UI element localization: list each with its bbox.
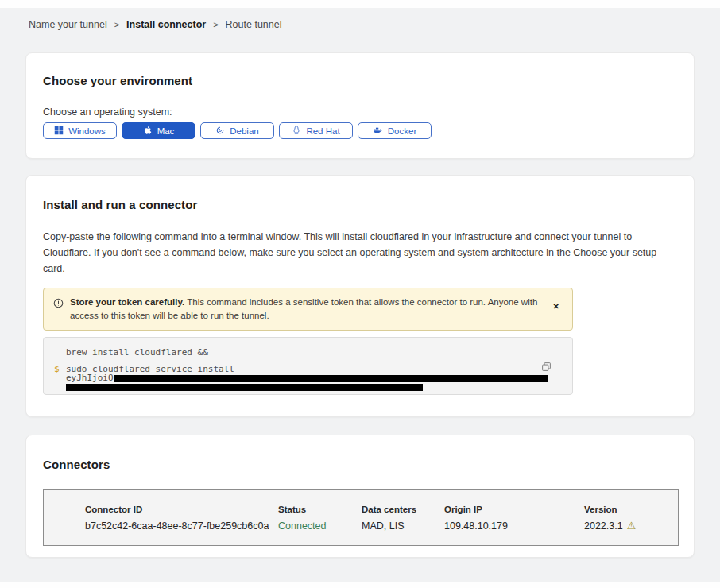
cell-version: 2022.3.1 ⚠ bbox=[584, 520, 665, 532]
breadcrumb-separator: > bbox=[213, 20, 218, 29]
os-select-label: Choose an operating system: bbox=[43, 106, 677, 118]
code-line-sudo: $sudo cloudflared service install bbox=[66, 365, 572, 373]
redacted-token-bar bbox=[114, 375, 548, 382]
token-warning-banner: Store your token carefully. This command… bbox=[43, 288, 573, 331]
connectors-table: Connector ID Status Data centers Origin … bbox=[43, 489, 679, 546]
tunnel-setup-page: Name your tunnel > Install connector > R… bbox=[0, 0, 720, 588]
debian-icon bbox=[215, 126, 225, 137]
connectors-card: Connectors Connector ID Status Data cent… bbox=[25, 435, 695, 558]
code-line-token-2 bbox=[66, 382, 572, 391]
windows-icon bbox=[54, 126, 64, 137]
os-button-windows[interactable]: Windows bbox=[43, 122, 117, 139]
install-connector-card: Install and run a connector Copy-paste t… bbox=[25, 175, 695, 417]
card-title-environment: Choose your environment bbox=[43, 74, 677, 87]
header-status: Status bbox=[278, 505, 362, 514]
cell-data-centers: MAD, LIS bbox=[362, 520, 444, 532]
breadcrumb-separator: > bbox=[114, 20, 119, 29]
header-connector-id: Connector ID bbox=[85, 505, 278, 514]
breadcrumb-step-route-tunnel[interactable]: Route tunnel bbox=[226, 19, 282, 30]
alert-circle-icon bbox=[53, 297, 64, 311]
install-description: Copy-paste the following command into a … bbox=[43, 229, 672, 277]
os-button-docker[interactable]: Docker bbox=[358, 122, 432, 139]
status-badge: Connected bbox=[278, 520, 362, 532]
install-command-codeblock[interactable]: brew install cloudflared && $sudo cloudf… bbox=[43, 337, 573, 395]
header-origin-ip: Origin IP bbox=[444, 505, 584, 514]
version-warning-icon: ⚠ bbox=[627, 521, 637, 531]
breadcrumb-step-install-connector[interactable]: Install connector bbox=[126, 19, 206, 30]
table-row: b7c52c42-6caa-48ee-8c77-fbe259cb6c0a Con… bbox=[44, 514, 678, 545]
copy-command-button[interactable] bbox=[540, 360, 553, 376]
choose-environment-card: Choose your environment Choose an operat… bbox=[25, 52, 695, 159]
breadcrumb-step-name-tunnel[interactable]: Name your tunnel bbox=[29, 19, 107, 30]
card-title-install: Install and run a connector bbox=[43, 198, 672, 211]
shell-prompt: $ bbox=[54, 365, 60, 373]
os-button-label: Docker bbox=[388, 126, 416, 136]
top-edge bbox=[0, 0, 720, 8]
card-title-connectors: Connectors bbox=[43, 458, 677, 471]
os-button-label: Debian bbox=[230, 126, 258, 136]
os-button-debian[interactable]: Debian bbox=[200, 122, 274, 139]
code-line-token: eyJhIjoiO bbox=[66, 373, 572, 382]
cell-connector-id: b7c52c42-6caa-48ee-8c77-fbe259cb6c0a bbox=[85, 520, 278, 532]
os-button-label: Windows bbox=[68, 126, 106, 136]
os-button-label: Red Hat bbox=[306, 126, 339, 136]
redhat-icon bbox=[292, 125, 301, 137]
token-warning-text: Store your token carefully. This command… bbox=[70, 296, 544, 323]
connectors-table-header: Connector ID Status Data centers Origin … bbox=[44, 490, 678, 514]
os-button-redhat[interactable]: Red Hat bbox=[279, 122, 353, 139]
code-line-brew: brew install cloudflared && bbox=[66, 348, 572, 357]
redacted-token-bar bbox=[66, 384, 423, 391]
banner-close-button[interactable]: ✕ bbox=[550, 300, 563, 312]
bottom-edge bbox=[0, 582, 720, 588]
copy-icon bbox=[541, 362, 552, 374]
cell-origin-ip: 109.48.10.179 bbox=[444, 520, 584, 532]
close-icon: ✕ bbox=[553, 302, 559, 311]
apple-icon bbox=[143, 125, 153, 137]
os-button-group: Windows Mac Debian Red Hat bbox=[43, 122, 677, 139]
header-data-centers: Data centers bbox=[362, 505, 444, 514]
token-warning-bold: Store your token carefully. bbox=[70, 297, 184, 307]
os-button-label: Mac bbox=[157, 126, 175, 136]
header-version: Version bbox=[584, 505, 665, 514]
docker-icon bbox=[373, 126, 383, 137]
os-button-mac[interactable]: Mac bbox=[122, 122, 195, 139]
